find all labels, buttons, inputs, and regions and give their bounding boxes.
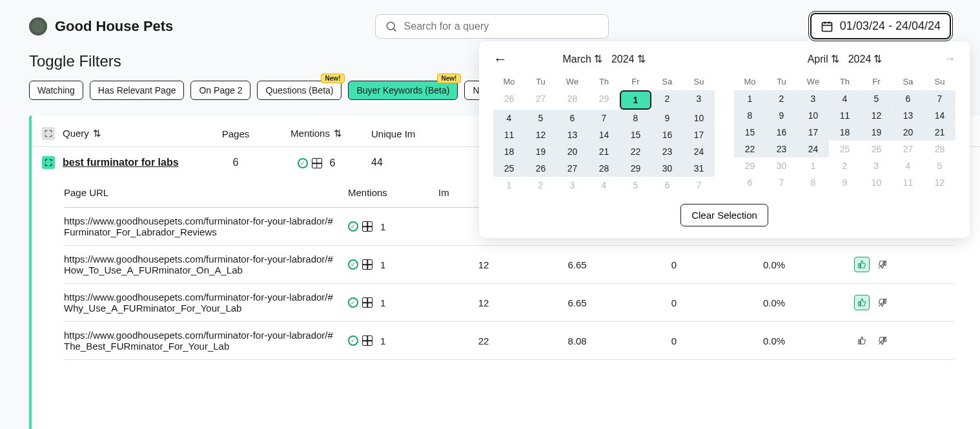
calendar-day[interactable]: 7 <box>924 90 955 107</box>
calendar-day[interactable]: 6 <box>556 110 588 126</box>
calendar-day[interactable]: 16 <box>651 126 683 143</box>
calendar-day[interactable]: 23 <box>766 141 797 157</box>
search-box[interactable] <box>375 14 609 39</box>
calendar-day[interactable]: 29 <box>620 160 651 177</box>
calendar-day[interactable]: 31 <box>683 160 715 177</box>
expand-all-icon[interactable] <box>42 127 55 140</box>
calendar-day[interactable]: 10 <box>683 110 715 126</box>
col-query[interactable]: Query⇅ <box>63 128 101 139</box>
col-page-url[interactable]: Page URL <box>64 187 348 198</box>
calendar-day[interactable]: 9 <box>651 110 683 126</box>
calendar-day[interactable]: 23 <box>651 143 683 160</box>
page-url[interactable]: https://www.goodhousepets.com/furminator… <box>64 254 348 275</box>
calendar-day[interactable]: 27 <box>556 160 588 177</box>
col-pages[interactable]: Pages <box>210 128 261 139</box>
calendar-day[interactable]: 1 <box>734 90 766 107</box>
calendar-day[interactable]: 4 <box>829 90 861 107</box>
new-badge: New! <box>321 74 345 83</box>
year-selector[interactable]: 2024 ⇅ <box>611 53 646 65</box>
date-range-button[interactable]: 01/03/24 - 24/04/24 <box>810 13 951 39</box>
thumbs-down-button[interactable] <box>875 295 890 310</box>
calendar-day[interactable]: 4 <box>493 110 525 126</box>
thumbs-down-button[interactable] <box>875 257 890 272</box>
col-unique-impressions[interactable]: Unique Im <box>371 128 462 139</box>
calendar-day[interactable]: 19 <box>861 124 892 141</box>
calendar-day[interactable]: 21 <box>924 124 955 141</box>
calendar-day[interactable]: 3 <box>797 90 829 107</box>
calendar-day[interactable]: 1 <box>620 90 651 110</box>
filter-chip[interactable]: Questions (Beta)New! <box>257 81 342 100</box>
calendar-day[interactable]: 24 <box>683 143 715 160</box>
calendar-day[interactable]: 2 <box>651 90 683 110</box>
filter-chip[interactable]: On Page 2 <box>190 81 250 100</box>
calendar-day[interactable]: 14 <box>588 126 620 143</box>
calendar-day[interactable]: 5 <box>525 110 556 126</box>
calendar-day[interactable]: 12 <box>525 126 556 143</box>
calendar-day[interactable]: 2 <box>766 90 797 107</box>
col-mentions[interactable]: Mentions <box>348 187 438 198</box>
calendar-day[interactable]: 9 <box>766 107 797 124</box>
calendar-day[interactable]: 13 <box>892 107 924 124</box>
calendar-day[interactable]: 18 <box>829 124 861 141</box>
filter-chip[interactable]: Watching <box>29 81 83 100</box>
calendar-day[interactable]: 11 <box>829 107 861 124</box>
calendar-day[interactable]: 14 <box>924 107 955 124</box>
filter-chip[interactable]: Has Relevant Page <box>90 81 185 100</box>
page-url[interactable]: https://www.goodhousepets.com/furminator… <box>64 215 348 237</box>
thumbs-up-button[interactable] <box>854 333 870 348</box>
calendar-day[interactable]: 17 <box>683 126 715 143</box>
year-selector[interactable]: 2024 ⇅ <box>848 53 883 65</box>
calendar-day[interactable]: 15 <box>620 126 651 143</box>
calendar-day[interactable]: 12 <box>861 107 892 124</box>
calendar-day[interactable]: 10 <box>797 107 829 124</box>
calendar-day[interactable]: 24 <box>797 141 829 157</box>
calendar-day[interactable]: 8 <box>620 110 651 126</box>
calendar-day[interactable]: 3 <box>683 90 715 110</box>
calendar-day[interactable]: 28 <box>588 160 620 177</box>
calendar-day[interactable]: 25 <box>493 160 525 177</box>
calendar-day[interactable]: 5 <box>861 90 892 107</box>
thumbs-up-button[interactable] <box>854 257 870 272</box>
dow-label: Sa <box>892 73 924 90</box>
calendar-day[interactable]: 26 <box>525 160 556 177</box>
calendar-day[interactable]: 19 <box>525 143 556 160</box>
impr-value: 22 <box>438 335 529 346</box>
calendar-day[interactable]: 22 <box>734 141 766 157</box>
month-selector[interactable]: April ⇅ <box>808 53 839 65</box>
calendar-day[interactable]: 20 <box>892 124 924 141</box>
calendar-day: 1 <box>493 177 525 194</box>
mentions-cell: ✓ 1 <box>348 297 438 308</box>
month-selector[interactable]: March ⇅ <box>562 53 602 65</box>
calendar-day[interactable]: 30 <box>651 160 683 177</box>
calendar-day[interactable]: 18 <box>493 143 525 160</box>
expand-row-icon[interactable] <box>42 156 55 169</box>
clear-selection-button[interactable]: Clear Selection <box>680 204 768 226</box>
calendar-day[interactable]: 11 <box>493 126 525 143</box>
filter-chip[interactable]: Buyer Keywords (Beta)New! <box>348 81 458 100</box>
calendar-day[interactable]: 17 <box>797 124 829 141</box>
calendar-day: 10 <box>861 174 892 191</box>
search-input[interactable] <box>404 21 599 32</box>
calendar-day[interactable]: 20 <box>556 143 588 160</box>
page-url[interactable]: https://www.goodhousepets.com/furminator… <box>64 292 348 314</box>
calendar-icon <box>821 20 833 33</box>
calendar-day: 7 <box>766 174 797 191</box>
col-mentions[interactable]: Mentions⇅ <box>274 128 358 139</box>
query-link[interactable]: best furminator for labs <box>63 157 179 168</box>
prev-month-button[interactable]: ← <box>493 51 507 68</box>
thumbs-up-button[interactable] <box>854 295 870 310</box>
dow-label: Sa <box>651 73 683 90</box>
thumbs-down-button[interactable] <box>875 333 890 348</box>
pos-value: 8.08 <box>529 335 626 346</box>
calendar-day[interactable]: 15 <box>734 124 766 141</box>
calendar-day[interactable]: 16 <box>766 124 797 141</box>
calendar-day[interactable]: 6 <box>892 90 924 107</box>
calendar-day[interactable]: 21 <box>588 143 620 160</box>
calendar-day[interactable]: 22 <box>620 143 651 160</box>
calendar-day: 4 <box>892 157 924 174</box>
calendar-day[interactable]: 8 <box>734 107 766 124</box>
page-url[interactable]: https://www.goodhousepets.com/furminator… <box>64 330 348 352</box>
calendar-day[interactable]: 13 <box>556 126 588 143</box>
next-month-button[interactable]: → <box>944 52 955 66</box>
calendar-day[interactable]: 7 <box>588 110 620 126</box>
